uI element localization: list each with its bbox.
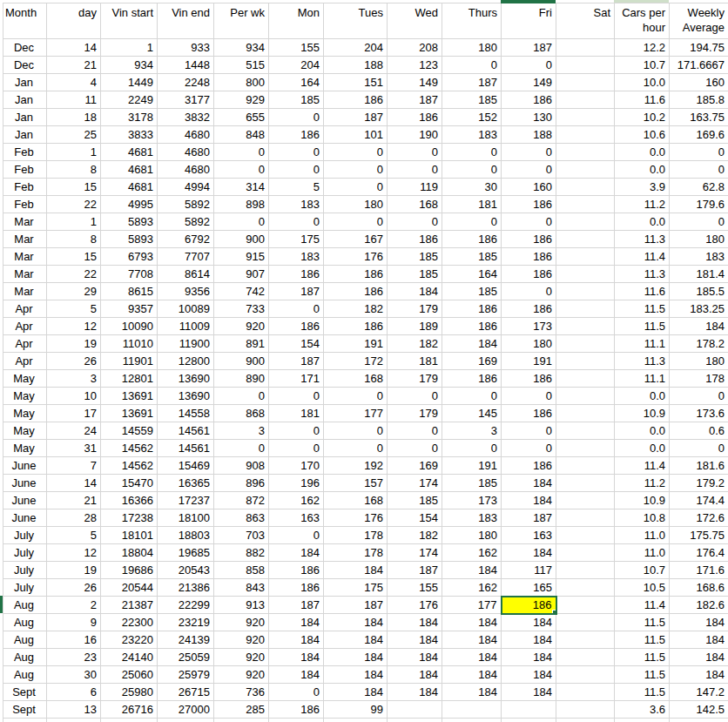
cell[interactable]: 11.4 bbox=[615, 597, 670, 614]
cell[interactable]: 187 bbox=[269, 597, 324, 614]
column-header-vin_start[interactable]: Vin start bbox=[101, 3, 158, 39]
cell[interactable]: 11.4 bbox=[615, 457, 670, 475]
cell[interactable]: 162 bbox=[269, 492, 324, 509]
cell[interactable]: 4680 bbox=[158, 144, 214, 161]
cell[interactable]: 0 bbox=[324, 161, 388, 179]
cell[interactable]: 14562 bbox=[101, 457, 158, 475]
cell[interactable]: 184 bbox=[324, 614, 388, 631]
cell[interactable]: 180 bbox=[502, 335, 556, 353]
cell[interactable]: 0 bbox=[388, 161, 442, 179]
cell[interactable]: 191 bbox=[442, 457, 502, 475]
cell[interactable]: 3178 bbox=[101, 109, 158, 126]
cell[interactable]: 176 bbox=[324, 248, 388, 266]
cell[interactable]: July bbox=[3, 562, 47, 579]
cell[interactable] bbox=[556, 335, 615, 353]
cell[interactable]: 4 bbox=[47, 74, 101, 91]
cell[interactable]: 204 bbox=[324, 39, 388, 57]
cell[interactable]: 10.7 bbox=[615, 57, 670, 74]
cell[interactable]: 5893 bbox=[101, 231, 158, 248]
cell[interactable]: 934 bbox=[214, 39, 269, 57]
cell[interactable]: 149 bbox=[388, 74, 442, 91]
cell[interactable] bbox=[47, 719, 101, 722]
cell[interactable]: 18101 bbox=[101, 527, 158, 544]
cell[interactable]: 184 bbox=[388, 283, 442, 300]
cell[interactable]: 185.8 bbox=[670, 91, 728, 109]
cell[interactable]: 188 bbox=[502, 126, 556, 144]
cell[interactable] bbox=[556, 196, 615, 213]
cell[interactable]: 0 bbox=[670, 144, 728, 161]
cell[interactable]: 154 bbox=[269, 335, 324, 353]
cell[interactable]: 184 bbox=[502, 544, 556, 562]
cell[interactable]: 900 bbox=[214, 353, 269, 370]
cell[interactable]: 11900 bbox=[158, 335, 214, 353]
cell[interactable]: 11.5 bbox=[615, 614, 670, 631]
cell[interactable]: 0 bbox=[214, 144, 269, 161]
cell[interactable]: 176 bbox=[324, 509, 388, 527]
cell[interactable] bbox=[442, 719, 502, 722]
cell[interactable]: 117 bbox=[502, 562, 556, 579]
cell[interactable]: 5 bbox=[47, 300, 101, 318]
cell[interactable]: 25980 bbox=[101, 684, 158, 701]
cell[interactable]: 17237 bbox=[158, 492, 214, 509]
cell[interactable]: 130 bbox=[502, 109, 556, 126]
cell[interactable]: 185 bbox=[442, 91, 502, 109]
cell[interactable]: 186 bbox=[324, 283, 388, 300]
cell[interactable]: 920 bbox=[214, 649, 269, 666]
cell[interactable]: 5893 bbox=[101, 213, 158, 231]
cell[interactable] bbox=[556, 39, 615, 57]
cell[interactable]: 186 bbox=[269, 266, 324, 283]
cell[interactable]: 0 bbox=[324, 440, 388, 457]
cell[interactable]: 184 bbox=[442, 631, 502, 649]
cell[interactable]: 2249 bbox=[101, 91, 158, 109]
cell[interactable]: 0 bbox=[670, 388, 728, 405]
cell[interactable]: 5892 bbox=[158, 213, 214, 231]
cell[interactable]: 15 bbox=[47, 248, 101, 266]
cell[interactable]: 13691 bbox=[101, 405, 158, 422]
cell[interactable]: 11.1 bbox=[615, 335, 670, 353]
cell[interactable]: 19685 bbox=[158, 544, 214, 562]
cell[interactable]: 11.2 bbox=[615, 475, 670, 492]
cell[interactable] bbox=[388, 719, 442, 722]
cell[interactable]: 182.6 bbox=[670, 597, 728, 614]
cell[interactable]: 191 bbox=[502, 353, 556, 370]
cell[interactable]: 882 bbox=[214, 544, 269, 562]
cell[interactable]: 168 bbox=[324, 492, 388, 509]
cell[interactable]: 196 bbox=[269, 475, 324, 492]
cell[interactable]: 169 bbox=[442, 353, 502, 370]
column-header-fri[interactable]: Fri bbox=[502, 3, 556, 39]
cell[interactable]: July bbox=[3, 527, 47, 544]
cell[interactable]: 179 bbox=[388, 300, 442, 318]
cell[interactable]: 185 bbox=[388, 266, 442, 283]
column-header-day[interactable]: day bbox=[47, 3, 101, 39]
cell[interactable]: 183 bbox=[670, 248, 728, 266]
cell[interactable] bbox=[556, 649, 615, 666]
cell[interactable]: 28 bbox=[47, 509, 101, 527]
cell[interactable]: 25979 bbox=[158, 666, 214, 684]
cell[interactable]: 23 bbox=[47, 649, 101, 666]
cell[interactable]: 185 bbox=[388, 492, 442, 509]
cell[interactable]: 0.0 bbox=[615, 422, 670, 440]
cell[interactable]: 4681 bbox=[101, 179, 158, 196]
cell[interactable]: 180 bbox=[442, 527, 502, 544]
cell[interactable]: 3833 bbox=[101, 126, 158, 144]
cell[interactable]: May bbox=[3, 370, 47, 388]
cell[interactable]: 0 bbox=[324, 144, 388, 161]
cell[interactable]: 733 bbox=[214, 300, 269, 318]
cell[interactable] bbox=[556, 509, 615, 527]
cell[interactable]: May bbox=[3, 388, 47, 405]
cell[interactable]: 11.3 bbox=[615, 266, 670, 283]
cell[interactable]: 1 bbox=[47, 144, 101, 161]
cell[interactable] bbox=[556, 248, 615, 266]
cell[interactable]: 4680 bbox=[158, 161, 214, 179]
cell[interactable]: Aug bbox=[3, 597, 47, 614]
cell[interactable] bbox=[556, 405, 615, 422]
cell[interactable] bbox=[214, 719, 269, 722]
cell[interactable] bbox=[556, 579, 615, 597]
cell[interactable] bbox=[158, 719, 214, 722]
cell[interactable]: 186 bbox=[502, 196, 556, 213]
cell[interactable] bbox=[556, 144, 615, 161]
cell[interactable]: 187 bbox=[269, 353, 324, 370]
cell[interactable]: Mar bbox=[3, 248, 47, 266]
cell[interactable]: 920 bbox=[214, 318, 269, 335]
cell[interactable]: 22300 bbox=[101, 614, 158, 631]
